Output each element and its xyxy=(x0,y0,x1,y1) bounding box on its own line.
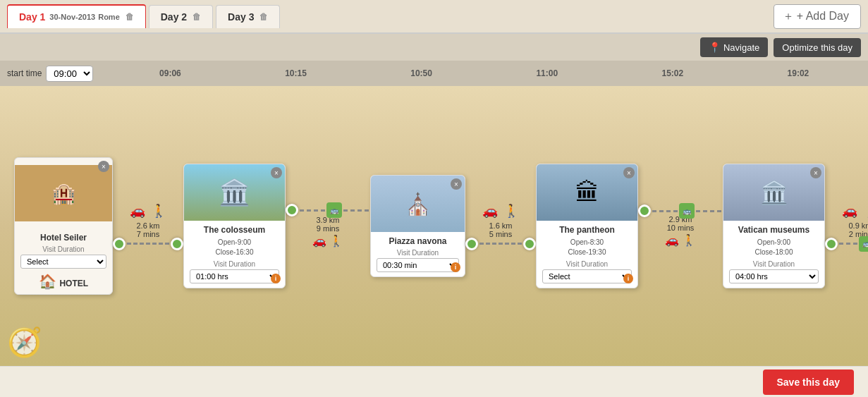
dot-green-5 xyxy=(523,238,536,250)
save-day-button[interactable]: Save this day xyxy=(763,369,855,395)
tab-day1-label: Day 1 xyxy=(19,11,45,23)
tab-day3-label: Day 3 xyxy=(228,11,254,23)
hotel-seiler-select[interactable]: Select xyxy=(20,255,106,269)
piazza-duration-label: Visit Duration xyxy=(377,249,459,257)
pantheon-close: Close-19:30 xyxy=(542,248,632,257)
transport-3-km: 1.6 km xyxy=(489,221,512,230)
colosseum-select[interactable]: 01:00 hrs xyxy=(190,269,279,283)
time-marker-5: 15:02 xyxy=(661,68,683,78)
dashed-line-2a xyxy=(300,209,325,212)
transport-2-time: 9 mins xyxy=(317,224,339,233)
hotel-seiler-card: × 🏨 Hotel Seiler Visit Duration Select 🏠… xyxy=(14,157,113,295)
time-marker-3: 10:50 xyxy=(410,68,432,78)
pantheon-info-badge[interactable]: i xyxy=(623,274,633,283)
dashed-line-2b xyxy=(343,209,369,212)
piazza-card-container: × ⛪ i Piazza navona Visit Duration 00:30… xyxy=(370,175,465,277)
tab-day2-label: Day 2 xyxy=(161,11,187,23)
optimize-label: Optimize this day xyxy=(782,42,852,53)
pantheon-title: The pantheon xyxy=(542,225,632,235)
pantheon-close[interactable]: × xyxy=(623,167,635,178)
start-time-select[interactable]: 09:00 xyxy=(46,66,93,82)
delete-icon3[interactable]: 🗑 xyxy=(259,12,268,22)
dot-green-7 xyxy=(825,238,838,250)
vatican-title: Vatican museums xyxy=(729,225,819,235)
pantheon-open: Open-8:30 xyxy=(542,238,632,248)
transport-2-walk-icons: 🚗 🚶 xyxy=(312,234,343,248)
dot-green-1 xyxy=(113,238,126,250)
colosseum-title: The colosseum xyxy=(190,225,279,235)
pantheon-card: × 🏛 i The pantheon Open-8:30 Close-19:30… xyxy=(536,164,638,288)
piazza-navona-card: × ⛪ i Piazza navona Visit Duration 00:30… xyxy=(370,175,465,277)
add-day-button[interactable]: ＋ + Add Day xyxy=(774,4,861,29)
walk-icon-1: 🚶 xyxy=(151,203,166,219)
hotel-seiler-title: Hotel Seiler xyxy=(20,233,106,243)
piazza-select[interactable]: 00:30 min xyxy=(377,258,459,272)
bus-dot-3: 🚌 xyxy=(859,236,868,252)
dashed-line-4b xyxy=(696,210,721,212)
transport-5: 🚗 🚶 0.9 km 2 mins 🚌 xyxy=(825,203,868,250)
delete-icon[interactable]: 🗑 xyxy=(126,12,134,22)
hotel-seiler-duration-label: Visit Duration xyxy=(20,245,106,253)
transport-4: 🚌 2.9 km 10 mins 🚗 🚶 xyxy=(638,205,723,247)
vatican-image: 🏛️ xyxy=(723,164,824,221)
dot-green-4 xyxy=(465,238,478,250)
vatican-close[interactable]: × xyxy=(810,167,821,178)
walk-icon-5: 🚶 xyxy=(863,203,868,219)
time-marker-2: 10:15 xyxy=(285,68,307,78)
colosseum-info-badge[interactable]: i xyxy=(271,274,281,283)
transport-1: 🚗 🚶 2.6 km 7 mins xyxy=(113,203,183,250)
navigate-button[interactable]: 📍 Navigate xyxy=(700,37,768,57)
vatican-body: Vatican museums Open-9:00 Close-18:00 Vi… xyxy=(723,221,824,288)
colosseum-card: × 🏛️ i The colosseum Open-9:00 Close-16:… xyxy=(183,164,286,288)
dot-green-2 xyxy=(171,238,183,250)
main-content: 🧭 × 🏨 Hotel Seiler Visit Duration Select… xyxy=(0,86,868,366)
dashed-line-3 xyxy=(479,243,522,245)
save-day-label: Save this day xyxy=(777,377,841,388)
colosseum-close: Close-16:30 xyxy=(190,248,279,257)
tab-day1[interactable]: Day 1 30-Nov-2013 Rome 🗑 xyxy=(7,4,146,28)
connector-line-3 xyxy=(465,241,536,247)
tab-day2[interactable]: Day 2 🗑 xyxy=(149,5,213,28)
toolbar: 📍 Navigate Optimize this day xyxy=(0,34,868,61)
walk-icon-4: 🚶 xyxy=(682,233,696,247)
hotel-seiler-body: Hotel Seiler Visit Duration Select 🏠 HOT… xyxy=(15,228,112,294)
hotel-image: 🏨 xyxy=(15,158,112,228)
add-day-label: + Add Day xyxy=(797,10,849,23)
vatican-card: × 🏛️ Vatican museums Open-9:00 Close-18:… xyxy=(723,164,825,288)
timeline-header: start time 09:00 09:06 10:15 10:50 11:00… xyxy=(0,61,868,86)
pantheon-select[interactable]: Select xyxy=(542,269,632,283)
navigate-icon: 📍 xyxy=(709,42,721,53)
vatican-close: Close-18:00 xyxy=(729,248,819,257)
hotel-label: 🏠 HOTEL xyxy=(20,273,106,290)
transport-1-time: 7 mins xyxy=(137,230,159,238)
transport-5-km: 0.9 km xyxy=(848,221,868,230)
tab-day1-date: 30-Nov-2013 xyxy=(49,13,95,21)
hotel-seiler-close[interactable]: × xyxy=(98,161,109,172)
pantheon-body: The pantheon Open-8:30 Close-19:30 Visit… xyxy=(537,221,637,288)
hotel-card-container: × 🏨 Hotel Seiler Visit Duration Select 🏠… xyxy=(14,157,113,295)
optimize-button[interactable]: Optimize this day xyxy=(774,38,861,57)
car-icon-2: 🚗 xyxy=(312,234,326,248)
transport-1-km: 2.6 km xyxy=(136,221,159,230)
tabs-bar: Day 1 30-Nov-2013 Rome 🗑 Day 2 🗑 Day 3 🗑… xyxy=(0,0,868,34)
transport-3-time: 5 mins xyxy=(489,230,512,238)
transport-4-icons: 🚗 🚶 xyxy=(665,233,696,247)
transport-3-icons: 🚗 🚶 xyxy=(482,203,519,219)
bottom-bar: Save this day xyxy=(0,366,868,397)
compass-icon: 🧭 xyxy=(7,326,42,359)
car-icon-1: 🚗 xyxy=(130,203,145,219)
piazza-close[interactable]: × xyxy=(451,178,462,190)
dashed-line-4a xyxy=(652,210,678,212)
pantheon-duration-label: Visit Duration xyxy=(542,260,632,268)
walk-icon-2: 🚶 xyxy=(329,234,343,248)
delete-icon2[interactable]: 🗑 xyxy=(192,12,201,22)
tab-day3[interactable]: Day 3 🗑 xyxy=(216,5,280,28)
transport-2: 🚌 3.9 km 9 mins 🚗 🚶 xyxy=(286,204,370,248)
piazza-info-badge[interactable]: i xyxy=(451,262,460,272)
bus-dot-1: 🚌 xyxy=(326,202,342,218)
colosseum-close[interactable]: × xyxy=(271,167,282,178)
car-icon-3: 🚗 xyxy=(482,203,498,219)
car-icon-4: 🚗 xyxy=(665,233,679,247)
vatican-select[interactable]: 04:00 hrs xyxy=(729,269,819,283)
time-marker-4: 11:00 xyxy=(536,68,558,78)
